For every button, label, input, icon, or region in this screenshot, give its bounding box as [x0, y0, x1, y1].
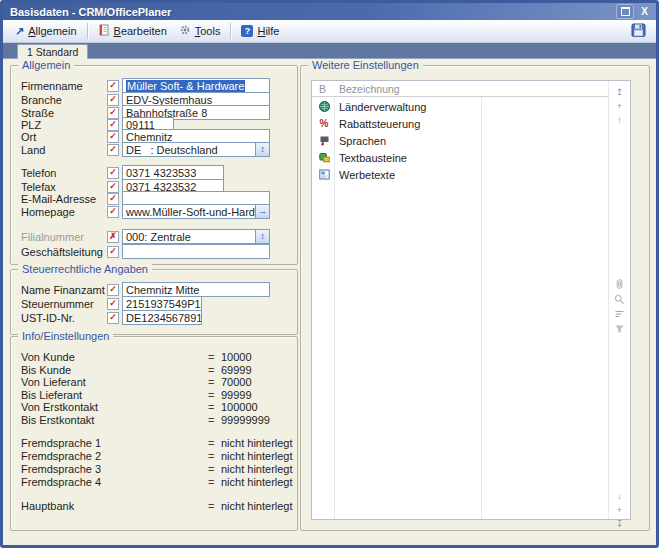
menu-allgemein[interactable]: ↗ Allgemein — [9, 23, 83, 39]
column-header-b[interactable]: B — [319, 83, 326, 95]
info-row-bis-erstkontakt: Bis Erstkontakt=99999999 — [21, 413, 270, 426]
ustid-input[interactable]: DE123456789123 — [122, 310, 202, 325]
equals-sign: = — [208, 376, 221, 388]
field-row-telefon: Telefon ✓ 0371 4323533 — [21, 165, 224, 180]
edit-check-icon[interactable]: ✓ — [107, 131, 119, 143]
titlebar[interactable]: Basisdaten - CRM/OfficePlaner X — [3, 3, 656, 20]
dropdown-arrow-icon[interactable]: ↕ — [255, 143, 269, 156]
group-title: Steuerrechtliche Angaben — [18, 263, 152, 276]
edit-check-icon[interactable]: ✓ — [107, 246, 119, 258]
menu-bearbeiten[interactable]: Bearbeiten — [92, 22, 173, 40]
equals-sign: = — [208, 401, 221, 413]
menu-hilfe[interactable]: ? Hilfe — [235, 23, 285, 39]
open-homepage-button[interactable]: → — [255, 205, 269, 218]
finanzamt-label: Name Finanzamt — [21, 284, 107, 296]
list-item-sprachen[interactable]: Sprachen — [312, 132, 609, 149]
list-item-textbausteine[interactable]: Textbausteine — [312, 149, 609, 166]
edit-check-icon[interactable]: ✓ — [107, 312, 119, 324]
info-row-von-lieferant: Von Lieferant=70000 — [21, 375, 252, 388]
equals-sign: = — [208, 476, 221, 488]
scroll-down-button[interactable]: ↓ — [609, 491, 630, 501]
group-title: Info/Einstellungen — [18, 330, 113, 343]
field-row-land: Land ✓ DE : Deutschland ↕ — [21, 142, 270, 157]
land-select[interactable]: DE : Deutschland ↕ — [122, 142, 270, 157]
list-item-laenderverwaltung[interactable]: Länderverwaltung — [312, 98, 609, 115]
filialnummer-select[interactable]: 000: Zentrale ↕ — [122, 229, 270, 244]
equals-sign: = — [208, 414, 221, 426]
equals-sign: = — [208, 450, 221, 462]
group-weitere: Weitere Einstellungen B Bezeichnung Länd… — [300, 65, 650, 531]
tabstrip: 1 Standard — [3, 43, 656, 59]
firmenname-label: Firmenname — [21, 80, 107, 92]
equals-sign: = — [208, 437, 221, 449]
edit-check-icon[interactable]: ✓ — [107, 80, 119, 92]
field-row-firmenname: Firmenname ✓ Müller Soft- & Hardware — [21, 78, 270, 93]
help-icon: ? — [241, 25, 253, 37]
list-side-rail: ↥ + ↑ ↓ + ↧ — [608, 81, 630, 519]
edit-check-icon[interactable]: ✓ — [107, 94, 119, 106]
menu-tools[interactable]: Tools — [173, 22, 227, 40]
scroll-up-button[interactable]: ↑ — [609, 115, 630, 125]
group-info: Info/Einstellungen Von Kunde=10000 Bis K… — [10, 336, 298, 531]
telefon-input[interactable]: 0371 4323533 — [122, 165, 224, 180]
equals-sign: = — [208, 389, 221, 401]
dropdown-arrow-icon[interactable]: ↕ — [255, 230, 269, 243]
restore-icon — [621, 7, 630, 16]
ustid-label: UST-ID-Nr. — [21, 312, 107, 324]
info-row-von-kunde: Von Kunde=10000 — [21, 350, 252, 363]
menu-bearbeiten-label: Bearbeiten — [114, 25, 167, 37]
edit-check-icon[interactable]: ✓ — [107, 284, 119, 296]
edit-check-icon[interactable]: ✓ — [107, 206, 119, 218]
info-row-fremdsprache-4: Fremdsprache 4=nicht hinterlegt — [21, 475, 293, 488]
filter-icon[interactable] — [614, 324, 625, 335]
menu-allgemein-label: Allgemein — [28, 25, 76, 37]
homepage-label: Homepage — [21, 206, 107, 218]
scroll-minus-button[interactable]: + — [609, 505, 630, 515]
info-row-hauptbank: Hauptbank=nicht hinterlegt — [21, 499, 293, 512]
close-icon: X — [641, 6, 648, 17]
info-row-von-erstkontakt: Von Erstkontakt=100000 — [21, 400, 258, 413]
percent-icon: % — [312, 118, 336, 129]
edit-check-icon[interactable]: ✓ — [107, 167, 119, 179]
edit-cross-icon[interactable]: ✗ — [107, 231, 119, 243]
list-item-werbetexte[interactable]: Werbetexte — [312, 166, 609, 183]
globe-icon — [312, 101, 336, 112]
equals-sign: = — [208, 351, 221, 363]
save-button[interactable] — [628, 22, 650, 41]
branche-label: Branche — [21, 94, 107, 106]
edit-check-icon[interactable]: ✓ — [107, 193, 119, 205]
edit-check-icon[interactable]: ✓ — [107, 298, 119, 310]
app-window: Basisdaten - CRM/OfficePlaner X ↗ Allgem… — [0, 0, 659, 548]
steuernummer-input[interactable]: 2151937549P1644 — [122, 296, 202, 311]
menu-tools-label: Tools — [195, 25, 221, 37]
scroll-first-button[interactable]: ↥ — [609, 87, 630, 97]
equals-sign: = — [208, 500, 221, 512]
sort-icon[interactable] — [614, 309, 625, 320]
equals-sign: = — [208, 463, 221, 475]
paperclip-icon[interactable] — [614, 279, 625, 290]
info-row-fremdsprache-2: Fremdsprache 2=nicht hinterlegt — [21, 449, 293, 462]
edit-check-icon[interactable]: ✓ — [107, 144, 119, 156]
search-icon[interactable] — [614, 294, 625, 305]
homepage-input[interactable]: www.Müller-Soft-und-Hardware.de → — [122, 204, 270, 219]
firmenname-input[interactable]: Müller Soft- & Hardware — [122, 78, 270, 93]
go-arrow-icon: → — [258, 207, 267, 216]
field-row-homepage: Homepage ✓ www.Müller-Soft-und-Hardware.… — [21, 204, 270, 219]
list-item-rabattsteuerung[interactable]: % Rabattsteuerung — [312, 115, 609, 132]
geschaeftsleitung-input[interactable] — [122, 244, 270, 259]
column-header-bezeichnung[interactable]: Bezeichnung — [339, 83, 400, 95]
gear-icon — [179, 24, 191, 38]
tab-standard[interactable]: 1 Standard — [17, 44, 88, 59]
scroll-plus-button[interactable]: + — [609, 101, 630, 111]
equals-sign: = — [208, 364, 221, 376]
field-row-steuernummer: Steuernummer ✓ 2151937549P1644 — [21, 296, 202, 311]
scroll-last-button[interactable]: ↧ — [609, 519, 630, 529]
restore-button[interactable] — [616, 4, 634, 19]
steuernummer-label: Steuernummer — [21, 298, 107, 310]
finanzamt-input[interactable]: Chemnitz Mitte — [122, 282, 270, 297]
close-button[interactable]: X — [638, 6, 651, 17]
group-title: Allgemein — [18, 59, 74, 72]
text-blocks-icon — [312, 152, 336, 163]
land-label: Land — [21, 144, 107, 156]
floppy-disk-icon — [631, 23, 647, 40]
